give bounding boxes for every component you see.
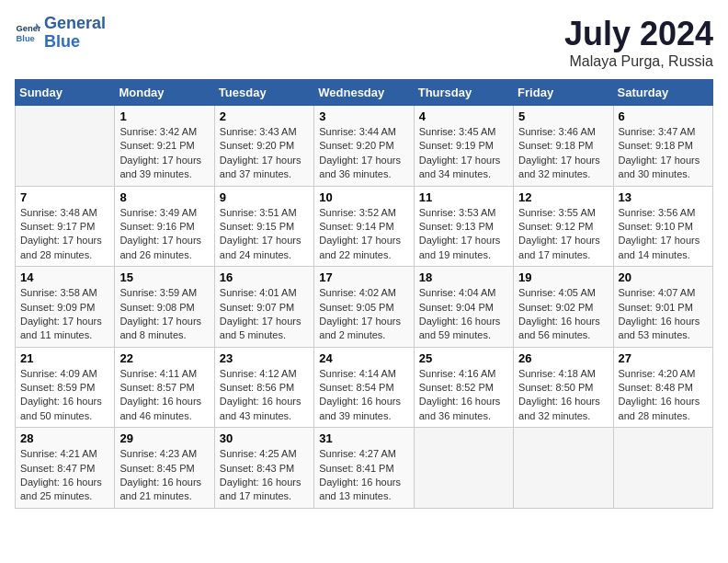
day-number: 13	[619, 190, 708, 204]
day-number: 28	[20, 431, 109, 445]
day-number: 6	[619, 109, 708, 123]
calendar-table: SundayMondayTuesdayWednesdayThursdayFrid…	[15, 79, 713, 509]
day-cell: 5Sunrise: 3:46 AMSunset: 9:18 PMDaylight…	[514, 106, 613, 187]
day-info: Sunrise: 3:53 AMSunset: 9:13 PMDaylight:…	[419, 206, 508, 263]
day-info: Sunrise: 4:25 AMSunset: 8:43 PMDaylight:…	[220, 447, 309, 504]
day-cell: 8Sunrise: 3:49 AMSunset: 9:16 PMDaylight…	[115, 186, 214, 267]
day-number: 9	[220, 190, 309, 204]
day-cell: 28Sunrise: 4:21 AMSunset: 8:47 PMDayligh…	[16, 428, 115, 509]
day-cell	[514, 428, 613, 509]
calendar-header-row: SundayMondayTuesdayWednesdayThursdayFrid…	[16, 80, 713, 106]
day-info: Sunrise: 3:52 AMSunset: 9:14 PMDaylight:…	[319, 206, 408, 263]
day-cell: 12Sunrise: 3:55 AMSunset: 9:12 PMDayligh…	[514, 186, 613, 267]
day-cell: 7Sunrise: 3:48 AMSunset: 9:17 PMDaylight…	[16, 186, 115, 267]
day-cell: 18Sunrise: 4:04 AMSunset: 9:04 PMDayligh…	[414, 267, 513, 348]
day-info: Sunrise: 3:49 AMSunset: 9:16 PMDaylight:…	[119, 206, 209, 263]
day-info: Sunrise: 4:27 AMSunset: 8:41 PMDaylight:…	[319, 447, 408, 504]
title-block: July 2024 Malaya Purga, Russia	[564, 15, 713, 70]
day-info: Sunrise: 4:01 AMSunset: 9:07 PMDaylight:…	[220, 286, 309, 343]
day-cell: 9Sunrise: 3:51 AMSunset: 9:15 PMDaylight…	[214, 186, 313, 267]
column-header-friday: Friday	[514, 80, 613, 106]
logo: General Blue General Blue	[15, 15, 106, 52]
day-info: Sunrise: 4:20 AMSunset: 8:48 PMDaylight:…	[619, 367, 708, 424]
page-header: General Blue General Blue July 2024 Mala…	[15, 15, 713, 70]
day-number: 26	[518, 351, 608, 365]
day-cell	[16, 106, 115, 187]
day-number: 17	[319, 270, 408, 284]
day-number: 19	[518, 270, 608, 284]
day-number: 31	[319, 431, 408, 445]
day-number: 1	[119, 109, 209, 123]
day-cell: 15Sunrise: 3:59 AMSunset: 9:08 PMDayligh…	[115, 267, 214, 348]
column-header-wednesday: Wednesday	[314, 80, 414, 106]
day-info: Sunrise: 4:11 AMSunset: 8:57 PMDaylight:…	[119, 367, 209, 424]
day-info: Sunrise: 3:45 AMSunset: 9:19 PMDaylight:…	[419, 125, 508, 182]
day-info: Sunrise: 4:04 AMSunset: 9:04 PMDaylight:…	[419, 286, 508, 343]
day-cell: 31Sunrise: 4:27 AMSunset: 8:41 PMDayligh…	[314, 428, 414, 509]
calendar-title: July 2024	[564, 15, 713, 53]
day-info: Sunrise: 4:12 AMSunset: 8:56 PMDaylight:…	[220, 367, 309, 424]
day-cell: 25Sunrise: 4:16 AMSunset: 8:52 PMDayligh…	[414, 347, 513, 428]
day-number: 3	[319, 109, 408, 123]
day-cell: 4Sunrise: 3:45 AMSunset: 9:19 PMDaylight…	[414, 106, 513, 187]
day-number: 4	[419, 109, 508, 123]
day-number: 22	[119, 351, 209, 365]
day-info: Sunrise: 4:18 AMSunset: 8:50 PMDaylight:…	[518, 367, 608, 424]
day-number: 16	[220, 270, 309, 284]
day-number: 12	[518, 190, 608, 204]
day-info: Sunrise: 3:43 AMSunset: 9:20 PMDaylight:…	[220, 125, 309, 182]
day-cell: 27Sunrise: 4:20 AMSunset: 8:48 PMDayligh…	[613, 347, 712, 428]
week-row-2: 7Sunrise: 3:48 AMSunset: 9:17 PMDaylight…	[16, 186, 713, 267]
day-info: Sunrise: 3:47 AMSunset: 9:18 PMDaylight:…	[619, 125, 708, 182]
day-number: 5	[518, 109, 608, 123]
day-cell: 20Sunrise: 4:07 AMSunset: 9:01 PMDayligh…	[613, 267, 712, 348]
day-number: 11	[419, 190, 508, 204]
week-row-1: 1Sunrise: 3:42 AMSunset: 9:21 PMDaylight…	[16, 106, 713, 187]
day-cell: 19Sunrise: 4:05 AMSunset: 9:02 PMDayligh…	[514, 267, 613, 348]
day-info: Sunrise: 3:56 AMSunset: 9:10 PMDaylight:…	[619, 206, 708, 263]
day-number: 24	[319, 351, 408, 365]
day-number: 18	[419, 270, 508, 284]
day-number: 8	[119, 190, 209, 204]
calendar-subtitle: Malaya Purga, Russia	[564, 53, 713, 70]
day-cell: 21Sunrise: 4:09 AMSunset: 8:59 PMDayligh…	[16, 347, 115, 428]
column-header-sunday: Sunday	[16, 80, 115, 106]
day-number: 2	[220, 109, 309, 123]
day-info: Sunrise: 4:14 AMSunset: 8:54 PMDaylight:…	[319, 367, 408, 424]
day-number: 21	[20, 351, 109, 365]
day-number: 25	[419, 351, 508, 365]
day-number: 10	[319, 190, 408, 204]
day-cell: 30Sunrise: 4:25 AMSunset: 8:43 PMDayligh…	[214, 428, 313, 509]
day-number: 20	[619, 270, 708, 284]
day-cell: 16Sunrise: 4:01 AMSunset: 9:07 PMDayligh…	[214, 267, 313, 348]
svg-text:Blue: Blue	[17, 34, 35, 43]
day-cell	[414, 428, 513, 509]
day-info: Sunrise: 3:59 AMSunset: 9:08 PMDaylight:…	[119, 286, 209, 343]
day-info: Sunrise: 4:07 AMSunset: 9:01 PMDaylight:…	[619, 286, 708, 343]
day-cell: 1Sunrise: 3:42 AMSunset: 9:21 PMDaylight…	[115, 106, 214, 187]
day-cell: 13Sunrise: 3:56 AMSunset: 9:10 PMDayligh…	[613, 186, 712, 267]
day-cell: 6Sunrise: 3:47 AMSunset: 9:18 PMDaylight…	[613, 106, 712, 187]
day-info: Sunrise: 3:55 AMSunset: 9:12 PMDaylight:…	[518, 206, 608, 263]
day-info: Sunrise: 4:21 AMSunset: 8:47 PMDaylight:…	[20, 447, 109, 504]
day-number: 7	[20, 190, 109, 204]
day-info: Sunrise: 3:46 AMSunset: 9:18 PMDaylight:…	[518, 125, 608, 182]
day-number: 14	[20, 270, 109, 284]
day-info: Sunrise: 4:05 AMSunset: 9:02 PMDaylight:…	[518, 286, 608, 343]
day-cell: 10Sunrise: 3:52 AMSunset: 9:14 PMDayligh…	[314, 186, 414, 267]
day-info: Sunrise: 3:44 AMSunset: 9:20 PMDaylight:…	[319, 125, 408, 182]
column-header-monday: Monday	[115, 80, 214, 106]
day-info: Sunrise: 3:42 AMSunset: 9:21 PMDaylight:…	[119, 125, 209, 182]
week-row-4: 21Sunrise: 4:09 AMSunset: 8:59 PMDayligh…	[16, 347, 713, 428]
day-number: 15	[119, 270, 209, 284]
logo-line2: Blue	[44, 32, 80, 51]
logo-line1: General	[44, 14, 106, 32]
day-info: Sunrise: 3:48 AMSunset: 9:17 PMDaylight:…	[20, 206, 109, 263]
day-info: Sunrise: 4:23 AMSunset: 8:45 PMDaylight:…	[119, 447, 209, 504]
logo-icon: General Blue	[15, 20, 40, 46]
column-header-tuesday: Tuesday	[214, 80, 313, 106]
day-number: 30	[220, 431, 309, 445]
day-cell	[613, 428, 712, 509]
day-number: 23	[220, 351, 309, 365]
day-info: Sunrise: 4:16 AMSunset: 8:52 PMDaylight:…	[419, 367, 508, 424]
